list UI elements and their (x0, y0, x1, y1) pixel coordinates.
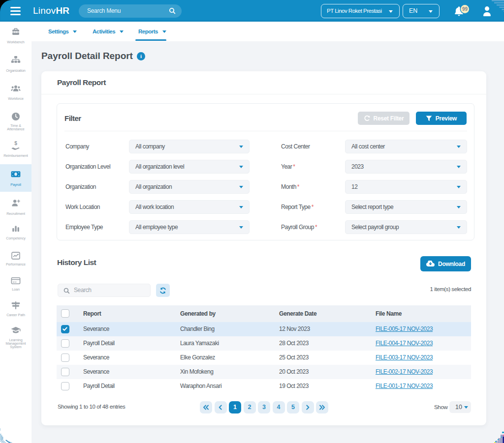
svg-text:$: $ (14, 141, 17, 146)
